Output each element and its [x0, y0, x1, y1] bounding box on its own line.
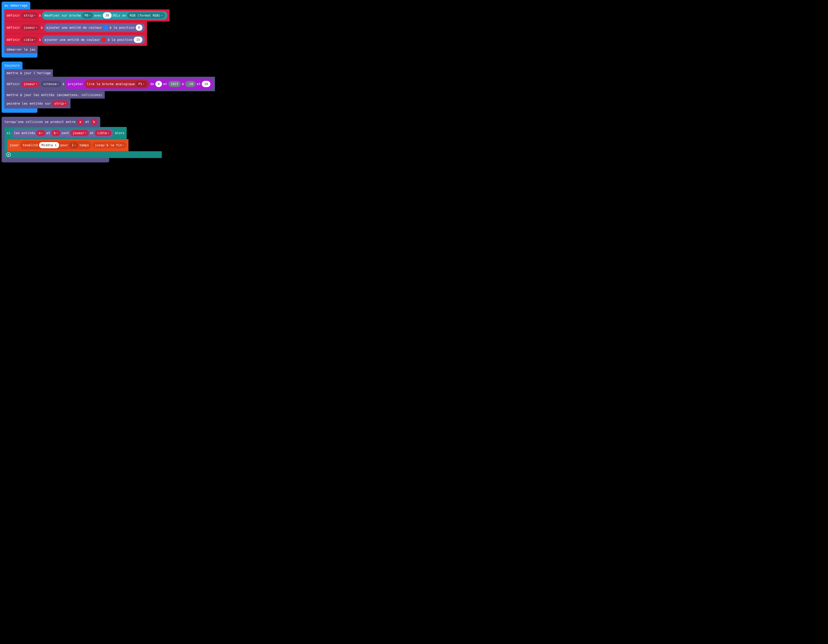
set-label: définir [6, 26, 20, 30]
plus-icon[interactable]: + [6, 152, 11, 157]
val1023-input[interactable]: 1023 [168, 81, 181, 87]
val0-input[interactable]: 0 [155, 81, 162, 87]
dels-label: DELs en [113, 14, 126, 17]
to-label: à [39, 14, 41, 17]
set-cible-block[interactable]: définir cible à ajouter une entité de co… [5, 34, 147, 46]
val20-input[interactable]: 20 [202, 81, 210, 87]
update-clock-block[interactable]: mettre à jour l'horloge [5, 69, 53, 77]
set-strip-block[interactable]: définir strip à NeoPixel sur broche P0 a… [5, 9, 169, 22]
start-game-label: démarrer le jeu [6, 48, 36, 52]
led-count-input[interactable]: 30 [103, 13, 111, 19]
atpos-label: à la position [108, 38, 132, 42]
and2-label: et [197, 82, 201, 86]
block-wrapper: peindre les entités sur strip [2, 99, 826, 108]
var-joueur-dropdown[interactable]: joueur [21, 25, 39, 31]
if-block[interactable]: si les entités a et b sont joueur et cib… [5, 127, 127, 139]
hat-label: au démarrage [5, 3, 28, 7]
joueur-dropdown[interactable]: joueur [71, 130, 89, 136]
hat-label: toujours [5, 64, 20, 68]
and1-label: et [46, 131, 50, 135]
tone-reporter[interactable]: tonalité Middle C pour 1 temps [20, 141, 91, 149]
block-wrapper: définir strip à NeoPixel sur broche P0 a… [2, 9, 826, 22]
param-b[interactable]: b [91, 119, 97, 125]
to2-label: à [182, 82, 184, 86]
block-wrapper: démarrer le jeu [2, 46, 826, 53]
note-input[interactable]: Middle C [39, 142, 59, 148]
paint-entities-block[interactable]: peindre les entités sur strip [5, 99, 71, 108]
collision-stack: lorsqu'une collision se produit entre a … [2, 117, 826, 162]
forever-hat[interactable]: toujours [2, 61, 22, 69]
if-body: jouer tonalité Middle C pour 1 temps jus… [5, 139, 826, 151]
var-strip-dropdown[interactable]: strip [52, 101, 69, 107]
then-label: alors [115, 131, 124, 135]
and2-label: et [90, 131, 94, 135]
map-reporter[interactable]: projeter lire la broche analogique P1 de… [66, 79, 213, 90]
play-label: jouer [9, 143, 19, 147]
block-wrapper: mettre à jour l'horloge [2, 69, 826, 77]
paint-label: peindre les entités sur [6, 102, 51, 105]
add-entity-reporter[interactable]: ajouter une entité de couleur à la posit… [42, 36, 145, 44]
add-entity-reporter[interactable]: ajouter une entité de couleur à la posit… [44, 23, 145, 32]
update-entities-block[interactable]: mettre à jour les entités (animations, c… [5, 91, 105, 99]
block-wrapper: mettre à jour les entités (animations, c… [2, 91, 826, 99]
collision-label: lorsqu'une collision se produit entre [5, 120, 75, 124]
color-swatch-red[interactable] [101, 37, 107, 42]
pin-dropdown[interactable]: P1 [136, 81, 147, 87]
until-dropdown[interactable]: jusqu'à la fin [93, 142, 126, 148]
format-dropdown[interactable]: RGB (format RGB) [127, 13, 165, 19]
set-speed-block[interactable]: définir joueur vitesse à projeter lire l… [5, 77, 215, 91]
var-strip-dropdown[interactable]: strip [21, 13, 38, 19]
onstart-hat[interactable]: au démarrage [2, 2, 30, 9]
beats-label: temps [79, 143, 89, 147]
update-entities-label: mettre à jour les entités (animations, c… [6, 93, 103, 97]
if-footer: + [5, 151, 162, 158]
to-label: à [62, 82, 64, 86]
analog-read-label: lire la broche analogique [87, 82, 135, 86]
onstart-stack: au démarrage définir strip à NeoPixel su… [2, 2, 826, 58]
stack-tail [2, 108, 38, 113]
a-dropdown[interactable]: a [36, 130, 45, 136]
play-tone-block[interactable]: jouer tonalité Middle C pour 1 temps jus… [7, 139, 129, 151]
to-label: à [41, 26, 43, 30]
position-input[interactable]: 0 [136, 25, 143, 31]
neopixel-reporter[interactable]: NeoPixel sur broche P0 avec 30 DELs en R… [42, 11, 167, 20]
add-entity-label: ajouter une entité de couleur [46, 26, 102, 30]
set-label: définir [6, 82, 20, 86]
set-label: définir [6, 14, 20, 17]
atpos-label: à la position [110, 26, 135, 30]
beat-dropdown[interactable]: 1 [69, 142, 78, 148]
forever-stack: toujours mettre à jour l'horloge définir… [2, 61, 826, 113]
if-label: si [6, 131, 10, 135]
map-label: projeter [68, 82, 83, 86]
b-dropdown[interactable]: b [52, 130, 60, 136]
start-game-block[interactable]: démarrer le jeu [5, 46, 38, 53]
cible-dropdown[interactable]: cible [95, 130, 111, 136]
entities-condition[interactable]: les entités a et b sont joueur et cible [11, 129, 114, 137]
neopixel-label: NeoPixel sur broche [44, 14, 81, 17]
and-label: et [163, 82, 167, 86]
var-joueur-dropdown[interactable]: joueur [21, 81, 39, 87]
to-label: à [39, 38, 41, 42]
block-wrapper: définir joueur à ajouter une entité de c… [2, 22, 826, 34]
analog-read-reporter[interactable]: lire la broche analogique P1 [85, 80, 149, 88]
pin-dropdown[interactable]: P0 [82, 13, 93, 19]
stack-tail [2, 53, 38, 58]
from-label: de [150, 82, 154, 86]
var-cible-dropdown[interactable]: cible [21, 37, 38, 43]
param-a[interactable]: a [77, 119, 84, 125]
block-wrapper: définir cible à ajouter une entité de co… [2, 34, 826, 46]
block-wrapper: définir joueur vitesse à projeter lire l… [2, 77, 826, 91]
update-clock-label: mettre à jour l'horloge [6, 71, 51, 75]
set-joueur-block[interactable]: définir joueur à ajouter une entité de c… [5, 22, 147, 34]
add-entity-label: ajouter une entité de couleur [44, 38, 100, 42]
color-swatch-blue[interactable] [103, 25, 108, 30]
position-input[interactable]: 15 [134, 37, 142, 43]
prop-vitesse-dropdown[interactable]: vitesse [41, 81, 61, 87]
block-wrapper: si les entités a et b sont joueur et cib… [2, 127, 826, 158]
val-neg20-input[interactable]: -20 [185, 81, 196, 87]
entities-label: les entités [14, 131, 35, 135]
collision-hat[interactable]: lorsqu'une collision se produit entre a … [2, 117, 100, 127]
for-label: pour [60, 143, 68, 147]
stack-tail [2, 158, 109, 162]
and-label: et [85, 120, 89, 124]
